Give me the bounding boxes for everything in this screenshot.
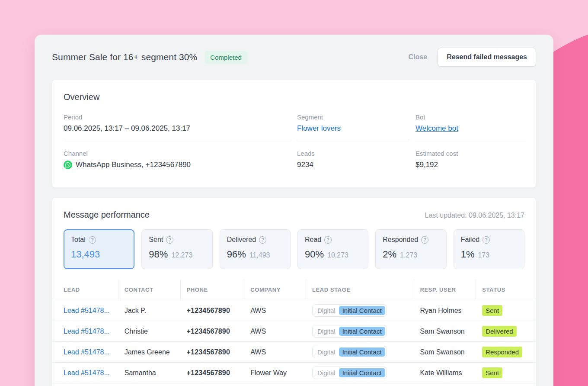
help-icon[interactable]: ? bbox=[483, 236, 490, 244]
resp-user-cell: Kate Williams bbox=[414, 369, 476, 377]
help-icon[interactable]: ? bbox=[89, 236, 96, 244]
message-performance-panel: Message performance Last updated: 09.06.… bbox=[52, 197, 536, 386]
stat-sent-label: Sent bbox=[149, 236, 163, 244]
contact-cell: Christie bbox=[118, 328, 181, 335]
lead-stage-pill[interactable]: Digital Initial Contact bbox=[312, 346, 387, 358]
stat-card-failed[interactable]: Failed ? 1% 173 bbox=[454, 229, 524, 269]
lead-stage-pill[interactable]: Digital Initial Contact bbox=[312, 367, 387, 379]
field-leads-value: 9234 bbox=[297, 161, 409, 176]
status-badge: Completed bbox=[205, 51, 247, 64]
lead-stage-value: Initial Contact bbox=[339, 327, 385, 336]
table-row[interactable]: Lead #51478... James Greene +1234567890 … bbox=[52, 342, 536, 363]
stat-delivered-label: Delivered bbox=[227, 236, 256, 244]
column-header-company: COMPANY bbox=[244, 280, 306, 300]
contact-cell: Jack P. bbox=[118, 307, 181, 315]
field-bot-label: Bot bbox=[415, 113, 526, 121]
stat-delivered-count: 11,493 bbox=[249, 251, 270, 259]
bot-link[interactable]: Welcome bot bbox=[415, 124, 458, 132]
stat-responded-label: Responded bbox=[383, 236, 418, 244]
lead-link[interactable]: Lead #51478... bbox=[64, 369, 110, 376]
overview-grid: Period 09.06.2025, 13:17 – 09.06.2025, 1… bbox=[64, 113, 524, 176]
help-icon[interactable]: ? bbox=[259, 236, 266, 244]
lead-link[interactable]: Lead #51478... bbox=[64, 328, 110, 335]
lead-stage-value: Initial Contact bbox=[339, 306, 385, 315]
stat-read-label: Read bbox=[305, 236, 321, 244]
lead-link[interactable]: Lead #51478... bbox=[64, 348, 110, 356]
stat-failed-percent: 1% bbox=[461, 249, 475, 260]
stat-card-read[interactable]: Read ? 90% 10,273 bbox=[297, 229, 368, 269]
lead-stage-group: Digital bbox=[314, 306, 339, 315]
column-header-resp-user: RESP. USER bbox=[414, 280, 476, 300]
field-bot: Bot Welcome bot bbox=[415, 113, 526, 140]
company-cell: Flower Way bbox=[244, 369, 306, 377]
table-header-row: LEAD CONTACT PHONE COMPANY LEAD STAGE RE… bbox=[52, 280, 536, 300]
stat-read-count: 10,273 bbox=[327, 251, 348, 259]
stat-total-value: 13,493 bbox=[71, 249, 100, 260]
stats-row: Total ? 13,493 Sent ? 98% 12,273 Deliver… bbox=[52, 229, 536, 269]
column-header-phone: PHONE bbox=[181, 280, 245, 300]
overview-heading: Overview bbox=[64, 92, 524, 102]
stat-read-percent: 90% bbox=[305, 249, 324, 260]
phone-cell: +1234567890 bbox=[181, 328, 245, 335]
last-updated-text: Last updated: 09.06.2025, 13:17 bbox=[425, 212, 524, 219]
stat-card-sent[interactable]: Sent ? 98% 12,273 bbox=[141, 229, 212, 269]
table-row[interactable]: Lead #51478... Jack P. +1234567890 AWS D… bbox=[52, 300, 536, 321]
lead-stage-value: Initial Contact bbox=[339, 368, 385, 377]
help-icon[interactable]: ? bbox=[421, 236, 428, 244]
segment-link[interactable]: Flower lovers bbox=[297, 124, 341, 132]
lead-stage-pill[interactable]: Digital Initial Contact bbox=[312, 325, 387, 338]
phone-cell: +1234567890 bbox=[181, 307, 245, 315]
field-leads: Leads 9234 bbox=[297, 150, 409, 176]
close-button[interactable]: Close bbox=[409, 53, 428, 61]
campaign-details-card: Summer Sale for 16+ segment 30% Complete… bbox=[35, 35, 553, 386]
stat-card-total[interactable]: Total ? 13,493 bbox=[64, 229, 134, 269]
status-pill: Sent bbox=[482, 367, 502, 378]
status-pill: Sent bbox=[482, 305, 502, 316]
field-period: Period 09.06.2025, 13:17 – 09.06.2025, 1… bbox=[64, 113, 291, 140]
help-icon[interactable]: ? bbox=[324, 236, 332, 244]
field-period-value: 09.06.2025, 13:17 – 09.06.2025, 13:17 bbox=[64, 124, 291, 140]
phone-cell: +1234567890 bbox=[181, 369, 245, 377]
performance-heading: Message performance bbox=[64, 210, 150, 220]
field-channel-label: Channel bbox=[64, 150, 291, 157]
contact-cell: Samantha bbox=[118, 369, 181, 377]
stat-card-delivered[interactable]: Delivered ? 96% 11,493 bbox=[220, 229, 291, 269]
lead-stage-pill[interactable]: Digital Initial Contact bbox=[312, 304, 387, 317]
lead-link[interactable]: Lead #51478... bbox=[64, 307, 110, 314]
field-channel-value: WhatsApp Business, +1234567890 bbox=[76, 161, 191, 169]
status-pill: Delivered bbox=[482, 326, 516, 337]
whatsapp-icon bbox=[64, 161, 72, 169]
contact-cell: James Greene bbox=[118, 348, 181, 356]
field-estimated-cost-value: $9,192 bbox=[415, 161, 526, 176]
field-estimated-cost-label: Estimated cost bbox=[415, 150, 526, 157]
help-icon[interactable]: ? bbox=[166, 236, 173, 244]
stat-delivered-percent: 96% bbox=[227, 249, 246, 260]
resp-user-cell: Sam Swanson bbox=[414, 348, 476, 356]
lead-stage-group: Digital bbox=[314, 347, 339, 357]
stat-sent-percent: 98% bbox=[149, 249, 168, 260]
leads-table: LEAD CONTACT PHONE COMPANY LEAD STAGE RE… bbox=[52, 280, 536, 386]
field-period-label: Period bbox=[64, 113, 291, 121]
column-header-contact: CONTACT bbox=[118, 280, 181, 300]
page-title: Summer Sale for 16+ segment 30% bbox=[52, 52, 197, 62]
card-header: Summer Sale for 16+ segment 30% Complete… bbox=[35, 35, 553, 80]
field-segment: Segment Flower lovers bbox=[297, 113, 409, 140]
overview-panel: Overview Period 09.06.2025, 13:17 – 09.0… bbox=[52, 80, 536, 188]
resp-user-cell: Ryan Holmes bbox=[414, 307, 476, 315]
field-channel: Channel WhatsApp Business, +1234567890 bbox=[64, 150, 291, 176]
header-actions: Close Resend failed messages bbox=[409, 48, 536, 67]
field-leads-label: Leads bbox=[297, 150, 409, 157]
company-cell: AWS bbox=[244, 307, 306, 315]
lead-stage-group: Digital bbox=[314, 368, 339, 377]
lead-stage-group: Digital bbox=[314, 327, 339, 336]
company-cell: AWS bbox=[244, 348, 306, 356]
column-header-status: STATUS bbox=[476, 280, 536, 300]
table-row[interactable]: Lead #51478... Samantha +1234567890 Flow… bbox=[52, 363, 536, 383]
stat-sent-count: 12,273 bbox=[171, 251, 192, 259]
company-cell: AWS bbox=[244, 328, 306, 335]
stat-failed-label: Failed bbox=[461, 236, 480, 244]
stat-card-responded[interactable]: Responded ? 2% 1,273 bbox=[375, 229, 446, 269]
resend-failed-messages-button[interactable]: Resend failed messages bbox=[438, 48, 536, 67]
table-row[interactable]: Lead #51478... Christie +1234567890 AWS … bbox=[52, 321, 536, 342]
stat-total-label: Total bbox=[71, 236, 86, 244]
